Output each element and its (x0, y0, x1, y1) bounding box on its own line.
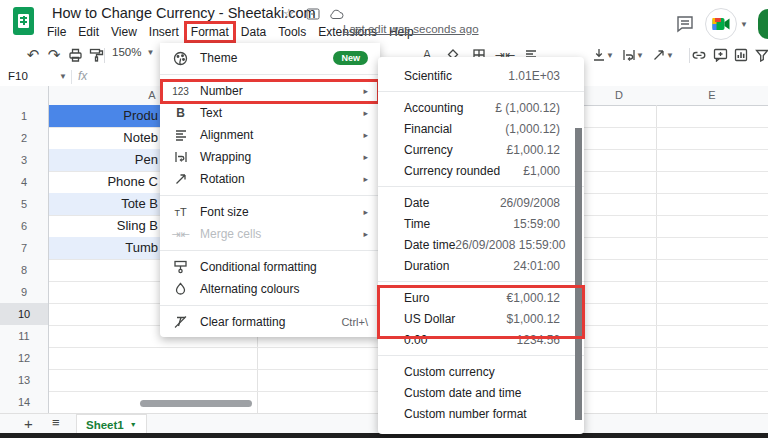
toolbar-insert-comment-icon[interactable] (711, 46, 729, 64)
toolbar-paint-format-icon[interactable] (87, 46, 105, 64)
column-header-a[interactable]: A (148, 89, 155, 101)
row-header-6[interactable]: 6 (0, 215, 49, 238)
number-format-option-time[interactable]: Time15:59:00 (378, 213, 584, 234)
row-header-9[interactable]: 9 (0, 281, 49, 304)
format-menu-item-text[interactable]: BText▸ (160, 102, 380, 124)
number-format-option-currency-rounded[interactable]: Currency rounded£1,000 (378, 160, 584, 181)
number-format-option-scientific[interactable]: Scientific1.01E+03 (378, 65, 584, 86)
highlight-box-euro-usdollar (377, 285, 585, 339)
number-format-option-custom-number-format[interactable]: Custom number format (378, 403, 584, 424)
number-format-option-custom-currency[interactable]: Custom currency (378, 361, 584, 382)
meet-icon[interactable]: ▼ (705, 8, 748, 40)
format-menu-item-alignment[interactable]: Alignment▸ (160, 124, 380, 146)
format-menu-item-number[interactable]: 123Number▸ (160, 80, 380, 102)
row-header-7[interactable]: 7 (0, 237, 49, 260)
new-badge: New (333, 51, 368, 65)
menu-insert[interactable]: Insert (143, 22, 185, 42)
row-header-11[interactable]: 11 (0, 325, 49, 348)
format-menu-item-wrapping[interactable]: Wrapping▸ (160, 146, 380, 168)
format-menu-item-alternating-colours[interactable]: Alternating colours (160, 278, 380, 300)
row-header-1[interactable]: 1 (0, 105, 49, 128)
number-format-option-duration[interactable]: Duration24:01:00 (378, 255, 584, 276)
horizontal-scrollbar[interactable] (140, 400, 252, 407)
menu-divider (160, 74, 380, 75)
add-sheet-button[interactable]: + (24, 415, 33, 432)
number-format-option-date[interactable]: Date26/09/2008 (378, 192, 584, 213)
row-header-14[interactable]: 14 (0, 391, 49, 414)
document-title[interactable]: How to Change Currency - Sheetaki.com (52, 5, 316, 21)
submenu-arrow-icon: ▸ (363, 130, 368, 140)
name-box[interactable]: F10 (8, 70, 28, 82)
name-box-caret-icon[interactable]: ▼ (59, 72, 67, 81)
toolbar-insert-chart-icon[interactable] (732, 46, 750, 64)
option-label: Date (404, 196, 500, 210)
toolbar-vertical-align-caret-icon[interactable]: ▼ (606, 51, 614, 60)
wrapping-icon (172, 149, 189, 166)
format-menu-item-conditional-formatting[interactable]: Conditional formatting (160, 256, 380, 278)
last-edit-link[interactable]: Last edit was seconds ago (343, 23, 479, 35)
number-format-option-accounting[interactable]: Accounting£ (1,000.12) (378, 97, 584, 118)
number-format-option-date-time[interactable]: Date time26/09/2008 15:59:00 (378, 234, 584, 255)
star-icon[interactable]: ☆ (283, 6, 295, 21)
toolbar-undo-icon[interactable]: ↶ (24, 46, 42, 64)
number-format-option-custom-date-and-time[interactable]: Custom date and time (378, 382, 584, 403)
toolbar-link-icon[interactable] (690, 46, 708, 64)
row-header-13[interactable]: 13 (0, 369, 49, 392)
toolbar-print-icon[interactable] (66, 46, 84, 64)
menu-format[interactable]: Format (185, 22, 235, 42)
format-menu-item-font-size[interactable]: TTFont size▸ (160, 201, 380, 223)
toolbar-redo-icon[interactable]: ↷ (45, 46, 63, 64)
submenu-arrow-icon: ▸ (363, 152, 368, 162)
cell-a1-text: Produ (123, 108, 158, 123)
option-example: 26/09/2008 15:59:00 (455, 238, 565, 252)
menu-tools[interactable]: Tools (272, 22, 312, 42)
zoom-select[interactable]: 150%▼ (112, 46, 154, 58)
select-all-corner[interactable] (0, 86, 49, 105)
menu-edit[interactable]: Edit (72, 22, 105, 42)
bold-b-icon: B (172, 105, 189, 122)
sheet-tab[interactable]: Sheet1 ▼ (76, 414, 147, 434)
sheets-logo-icon[interactable] (13, 7, 34, 35)
row-header-8[interactable]: 8 (0, 259, 49, 282)
number-format-option-financial[interactable]: Financial(1,000.12) (378, 118, 584, 139)
row-header-3[interactable]: 3 (0, 149, 49, 172)
number-format-option-currency[interactable]: Currency£1,000.12 (378, 139, 584, 160)
option-example: £1,000.12 (507, 143, 560, 157)
format-menu-item-theme[interactable]: ThemeNew (160, 47, 380, 69)
clear-format-icon (172, 314, 189, 331)
toolbar-text-wrap-caret-icon[interactable]: ▼ (636, 51, 644, 60)
sheet-tab-caret-icon[interactable]: ▼ (130, 421, 137, 428)
format-menu-item-rotation[interactable]: Rotation▸ (160, 168, 380, 190)
menu-item-label: Merge cells (200, 227, 363, 241)
submenu-scrollbar[interactable] (575, 128, 582, 420)
all-sheets-menu-icon[interactable]: ≡ (52, 415, 60, 430)
submenu-arrow-icon: ▸ (363, 229, 368, 239)
row-header-5[interactable]: 5 (0, 193, 49, 216)
toolbar-filter-icon[interactable] (753, 46, 768, 64)
menu-divider (160, 250, 380, 251)
menu-view[interactable]: View (105, 22, 143, 42)
meet-caret-icon[interactable]: ▼ (740, 20, 748, 29)
row-header-4[interactable]: 4 (0, 171, 49, 194)
cloud-saved-icon[interactable] (329, 9, 344, 20)
option-example: 15:59:00 (513, 217, 560, 231)
column-header-e[interactable]: E (708, 89, 715, 101)
move-to-drive-icon[interactable] (306, 8, 320, 20)
comments-icon[interactable] (675, 14, 695, 34)
menu-data[interactable]: Data (235, 22, 272, 42)
cell-a3-text: Pen (135, 152, 158, 167)
option-label: Currency rounded (404, 164, 523, 178)
row-header-12[interactable]: 12 (0, 347, 49, 370)
option-label: Custom currency (404, 365, 560, 379)
format-menu-item-clear-formatting[interactable]: Clear formattingCtrl+\ (160, 311, 380, 333)
toolbar-text-rotation-caret-icon[interactable]: ▼ (666, 51, 674, 60)
menu-file[interactable]: File (41, 22, 72, 42)
option-example: 1.01E+03 (508, 69, 560, 83)
column-header-d[interactable]: D (615, 89, 623, 101)
row-header-2[interactable]: 2 (0, 127, 49, 150)
row-header-10[interactable]: 10 (0, 303, 49, 326)
share-button[interactable] (758, 9, 768, 39)
title-bar: How to Change Currency - Sheetaki.com ☆ … (0, 0, 768, 43)
menu-item-label: Conditional formatting (200, 260, 368, 274)
cell-a6-text: Sling B (117, 218, 158, 233)
